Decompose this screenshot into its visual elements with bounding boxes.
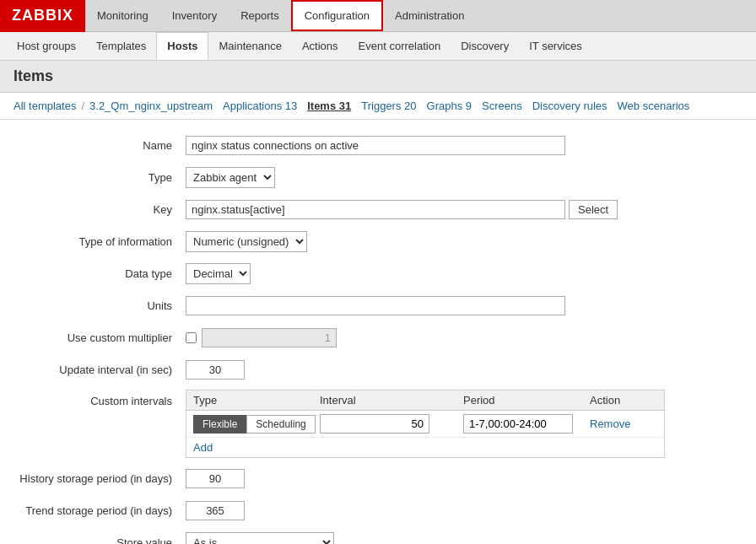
intervals-add-row: Add	[186, 438, 664, 457]
col-header-type: Type	[193, 394, 320, 407]
logo: ZABBIX	[0, 0, 85, 32]
input-interval[interactable]	[320, 414, 429, 434]
nav-actions[interactable]: Actions	[292, 32, 348, 60]
label-name: Name	[17, 139, 186, 152]
intervals-header: Type Interval Period Action	[186, 390, 664, 411]
select-type-info[interactable]: Numeric (unsigned)	[186, 231, 307, 252]
nav-it-services[interactable]: IT services	[519, 32, 592, 60]
row-units: Units	[17, 294, 739, 317]
select-data-type[interactable]: Decimal	[186, 263, 251, 284]
nav-configuration[interactable]: Configuration	[291, 0, 383, 31]
interval-action-col: Remove	[590, 417, 657, 430]
input-multiplier[interactable]	[202, 328, 337, 347]
input-units[interactable]	[186, 296, 565, 315]
nav-inventory[interactable]: Inventory	[160, 0, 229, 31]
nav-templates[interactable]: Templates	[86, 32, 156, 60]
row-data-type: Data type Decimal	[17, 261, 739, 285]
input-name[interactable]	[186, 136, 565, 155]
row-update-interval: Update interval (in sec)	[17, 358, 739, 381]
tab-items[interactable]: Items 31	[307, 100, 351, 112]
label-history: History storage period (in days)	[17, 472, 186, 485]
interval-value-col	[320, 414, 463, 434]
form-area: Name Type Zabbix agent Key Select Type o…	[0, 120, 756, 544]
input-period[interactable]	[463, 414, 573, 434]
label-store-value: Store value	[17, 536, 186, 545]
label-data-type: Data type	[17, 267, 186, 280]
tab-screens[interactable]: Screens	[482, 100, 522, 112]
btn-scheduling[interactable]: Scheduling	[246, 415, 315, 434]
top-nav: ZABBIX Monitoring Inventory Reports Conf…	[0, 0, 756, 32]
checkbox-multiplier[interactable]	[186, 332, 197, 343]
col-header-action: Action	[590, 394, 657, 407]
tab-applications[interactable]: Applications 13	[223, 100, 297, 112]
row-custom-intervals: Custom intervals Type Interval Period Ac…	[17, 390, 739, 458]
label-custom-intervals: Custom intervals	[17, 390, 186, 407]
interval-period-col	[463, 414, 590, 434]
breadcrumb-sep1: /	[81, 100, 84, 112]
input-trend[interactable]	[186, 501, 245, 520]
label-key: Key	[17, 203, 186, 216]
nav-event-correlation[interactable]: Event correlation	[348, 32, 451, 60]
row-name: Name	[17, 133, 739, 157]
row-type-info: Type of information Numeric (unsigned)	[17, 229, 739, 253]
intervals-container: Type Interval Period Action FlexibleSche…	[186, 390, 665, 458]
breadcrumb-template-name[interactable]: 3.2_Qm_nginx_upstream	[89, 100, 213, 112]
row-multiplier: Use custom multiplier	[17, 326, 739, 349]
label-type-info: Type of information	[17, 235, 186, 248]
btn-flexible[interactable]: Flexible	[193, 415, 246, 434]
row-type: Type Zabbix agent	[17, 165, 739, 189]
nav-monitoring[interactable]: Monitoring	[85, 0, 160, 31]
breadcrumb-all-templates[interactable]: All templates	[14, 100, 76, 112]
input-update-interval[interactable]	[186, 360, 245, 380]
tab-triggers[interactable]: Triggers 20	[361, 100, 416, 112]
interval-row-1: FlexibleScheduling Remove	[186, 411, 664, 438]
nav-maintenance[interactable]: Maintenance	[208, 32, 291, 60]
select-store-value[interactable]: As is Delta (speed per second) Delta (si…	[186, 532, 334, 545]
nav-discovery[interactable]: Discovery	[451, 32, 519, 60]
select-button[interactable]: Select	[569, 200, 618, 219]
interval-type-col: FlexibleScheduling	[193, 415, 320, 434]
label-update-interval: Update interval (in sec)	[17, 364, 186, 376]
row-store-value: Store value As is Delta (speed per secon…	[17, 531, 739, 544]
tab-web-scenarios[interactable]: Web scenarios	[618, 100, 690, 112]
nav-host-groups[interactable]: Host groups	[7, 32, 86, 60]
row-key: Key Select	[17, 197, 739, 221]
label-trend: Trend storage period (in days)	[17, 504, 186, 517]
label-units: Units	[17, 299, 186, 312]
second-nav: Host groups Templates Hosts Maintenance …	[0, 32, 756, 61]
label-multiplier: Use custom multiplier	[17, 331, 186, 344]
tab-graphs[interactable]: Graphs 9	[427, 100, 472, 112]
col-header-interval: Interval	[320, 394, 463, 407]
nav-hosts[interactable]: Hosts	[156, 32, 208, 60]
select-type[interactable]: Zabbix agent	[186, 167, 275, 188]
link-remove[interactable]: Remove	[590, 417, 630, 430]
col-header-period: Period	[463, 394, 590, 407]
nav-administration[interactable]: Administration	[383, 0, 476, 31]
label-type: Type	[17, 171, 186, 184]
input-history[interactable]	[186, 469, 245, 488]
input-key[interactable]	[186, 200, 565, 219]
row-trend: Trend storage period (in days)	[17, 498, 739, 522]
link-add[interactable]: Add	[186, 438, 219, 457]
page-title: Items	[0, 61, 756, 93]
row-history: History storage period (in days)	[17, 466, 739, 490]
nav-reports[interactable]: Reports	[229, 0, 291, 31]
tab-discovery-rules[interactable]: Discovery rules	[532, 100, 608, 112]
top-nav-items: Monitoring Inventory Reports Configurati…	[85, 0, 476, 31]
breadcrumb-nav: All templates / 3.2_Qm_nginx_upstream Ap…	[0, 93, 756, 120]
